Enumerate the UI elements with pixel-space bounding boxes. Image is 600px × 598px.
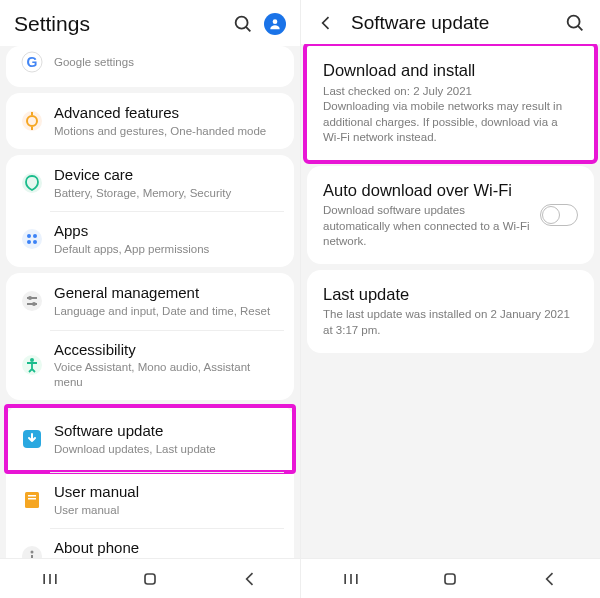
search-icon[interactable]: [564, 12, 586, 34]
svg-point-18: [28, 296, 32, 300]
update-card: Last update The last update was installe…: [307, 270, 594, 353]
svg-rect-24: [28, 495, 36, 497]
settings-item-accessibility[interactable]: Accessibility Voice Assistant, Mono audi…: [6, 330, 294, 401]
svg-point-2: [273, 19, 278, 24]
usermanual-icon: [18, 486, 46, 514]
back-button[interactable]: [230, 569, 270, 589]
item-sub: Download software updates automatically …: [323, 203, 530, 250]
account-icon[interactable]: [264, 13, 286, 35]
aboutphone-icon: [18, 542, 46, 558]
item-title: General management: [54, 284, 282, 303]
item-sub: The last update was installed on 2 Janua…: [323, 307, 578, 338]
update-item-download-install[interactable]: Download and install Last checked on: 2 …: [307, 46, 594, 160]
settings-card: Device care Battery, Storage, Memory, Se…: [6, 155, 294, 267]
svg-rect-23: [25, 492, 39, 508]
item-sub: Battery, Storage, Memory, Security: [54, 186, 282, 200]
svg-rect-7: [31, 112, 33, 115]
general-icon: [18, 287, 46, 315]
recents-button[interactable]: [30, 569, 70, 589]
settings-item-google[interactable]: G Google settings: [6, 46, 294, 87]
item-sub: Motions and gestures, One-handed mode: [54, 124, 282, 138]
item-title: Accessibility: [54, 341, 282, 360]
home-button[interactable]: [430, 569, 470, 589]
svg-point-10: [22, 229, 42, 249]
item-sub: User manual: [54, 503, 282, 517]
home-button[interactable]: [130, 569, 170, 589]
settings-list: G Google settings Advanced features: [0, 46, 300, 558]
update-item-auto-download[interactable]: Auto download over Wi-Fi Download softwa…: [307, 166, 594, 264]
auto-download-toggle[interactable]: [540, 204, 578, 226]
svg-rect-25: [28, 498, 36, 500]
svg-point-14: [33, 240, 37, 244]
update-item-last-update[interactable]: Last update The last update was installe…: [307, 270, 594, 353]
svg-text:G: G: [27, 54, 38, 70]
nav-bar: [0, 558, 300, 598]
apps-icon: [18, 225, 46, 253]
svg-rect-8: [31, 127, 33, 130]
item-title: About phone: [54, 539, 282, 558]
devicecare-icon: [18, 169, 46, 197]
item-title: Device care: [54, 166, 282, 185]
item-title: Auto download over Wi-Fi: [323, 180, 530, 201]
settings-header: Settings: [0, 0, 300, 46]
item-sub: Language and input, Date and time, Reset: [54, 304, 282, 318]
settings-card: G Google settings: [6, 46, 294, 87]
settings-item-usermanual[interactable]: User manual User manual: [6, 472, 294, 528]
nav-bar: [301, 558, 600, 598]
svg-rect-32: [145, 574, 155, 584]
svg-rect-38: [445, 574, 455, 584]
softwareupdate-icon: [18, 425, 46, 453]
settings-card: Software update Download updates, Last u…: [6, 406, 294, 558]
svg-point-12: [33, 234, 37, 238]
settings-item-softwareupdate[interactable]: Software update Download updates, Last u…: [6, 406, 294, 472]
svg-point-15: [22, 291, 42, 311]
settings-item-devicecare[interactable]: Device care Battery, Storage, Memory, Se…: [6, 155, 294, 211]
item-title: Software update: [54, 422, 282, 441]
item-title: User manual: [54, 483, 282, 502]
item-sub: Default apps, App permissions: [54, 242, 282, 256]
advanced-icon: [18, 107, 46, 135]
update-card: Auto download over Wi-Fi Download softwa…: [307, 166, 594, 264]
search-icon[interactable]: [232, 13, 254, 35]
svg-point-11: [27, 234, 31, 238]
svg-point-21: [30, 358, 34, 362]
item-title: Advanced features: [54, 104, 282, 123]
item-sub: Voice Assistant, Mono audio, Assistant m…: [54, 360, 282, 389]
svg-line-34: [578, 26, 582, 30]
settings-item-aboutphone[interactable]: About phone Status, Legal information, P…: [6, 528, 294, 558]
settings-item-advanced[interactable]: Advanced features Motions and gestures, …: [6, 93, 294, 149]
google-icon: G: [18, 48, 46, 76]
item-sub: Download updates, Last update: [54, 442, 282, 456]
settings-pane: Settings G Google settings: [0, 0, 300, 598]
item-sub: Google settings: [54, 55, 282, 69]
svg-point-19: [32, 302, 36, 306]
update-title: Software update: [351, 12, 554, 34]
item-sub: Last checked on: 2 July 2021 Downloading…: [323, 84, 578, 146]
back-icon[interactable]: [315, 13, 337, 33]
recents-button[interactable]: [331, 569, 371, 589]
settings-title: Settings: [14, 12, 222, 36]
accessibility-icon: [18, 351, 46, 379]
svg-point-33: [568, 16, 580, 28]
item-title: Last update: [323, 284, 578, 305]
svg-point-0: [236, 17, 248, 29]
settings-item-general[interactable]: General management Language and input, D…: [6, 273, 294, 329]
svg-rect-28: [31, 555, 33, 558]
svg-point-27: [31, 551, 34, 554]
settings-item-apps[interactable]: Apps Default apps, App permissions: [6, 211, 294, 267]
item-title: Download and install: [323, 60, 578, 81]
item-title: Apps: [54, 222, 282, 241]
svg-line-1: [246, 27, 250, 31]
softwareupdate-pane: Software update Download and install Las…: [300, 0, 600, 598]
update-header: Software update: [301, 0, 600, 44]
back-button[interactable]: [530, 569, 570, 589]
settings-card: General management Language and input, D…: [6, 273, 294, 400]
svg-point-13: [27, 240, 31, 244]
settings-card: Advanced features Motions and gestures, …: [6, 93, 294, 149]
update-list: Download and install Last checked on: 2 …: [301, 44, 600, 558]
update-card: Download and install Last checked on: 2 …: [307, 46, 594, 160]
